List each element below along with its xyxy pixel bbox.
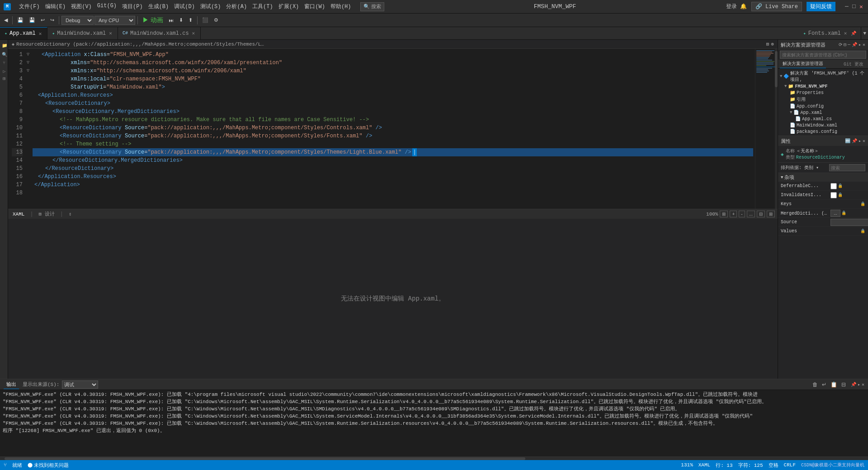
props-search-input[interactable] <box>829 164 865 171</box>
se-pin-icon[interactable]: 📌 <box>852 42 857 47</box>
play-btn[interactable]: ▶ 动画 <box>140 15 165 25</box>
output-copy-btn[interactable]: 📋 <box>829 381 839 388</box>
tab-git-changes[interactable]: Git 更改 <box>841 60 866 68</box>
menu-build[interactable]: 生成(B) <box>146 2 172 11</box>
menu-git[interactable]: Git(G) <box>94 2 119 11</box>
back-btn[interactable]: ◀ <box>2 16 10 24</box>
tab-mainwindow-cs[interactable]: C# MainWindow.xaml.cs ✕ <box>118 27 201 39</box>
tab-app-xaml[interactable]: ✦ App.xaml ✕ <box>0 27 47 39</box>
redo-btn[interactable]: ↪ <box>48 16 57 24</box>
menu-analyze[interactable]: 分析(A) <box>223 2 250 11</box>
se-filter-icon[interactable]: ⊟ <box>844 42 846 47</box>
login-text[interactable]: 登录 🔔 <box>726 3 747 10</box>
prop-lock-deferrable[interactable]: 🔒 <box>838 183 843 188</box>
output-tab[interactable]: 输出 <box>4 380 19 389</box>
live-share-btn[interactable]: 🔗 Live Share <box>751 2 802 11</box>
prop-group-misc[interactable]: ▼ 杂项 <box>778 173 868 182</box>
menu-tools[interactable]: 工具(T) <box>250 2 276 11</box>
source-control-icon[interactable]: ⑂ <box>0 60 7 66</box>
menu-view[interactable]: 视图(V) <box>68 2 94 11</box>
output-source-select[interactable]: 调试 生成 <box>62 381 98 389</box>
se-sync-icon[interactable]: ⟳ <box>839 42 842 47</box>
output-arrow-icon[interactable]: ▸ <box>858 382 860 387</box>
prop-val-source[interactable] <box>830 219 868 226</box>
tree-appconfig[interactable]: 📄 App.config <box>779 103 867 109</box>
breakpoint-btn[interactable]: ⬛ <box>200 16 211 24</box>
prop-val-invalidates[interactable] <box>830 192 837 198</box>
props-pin-icon[interactable]: 📌 <box>852 138 857 144</box>
tab-close-fonts[interactable]: ✕ <box>843 30 848 37</box>
code-content[interactable]: <Application x:Class = "FMSH_NVM_WPF.App… <box>31 49 755 209</box>
tree-appxaml[interactable]: ▼ 📄 App.xaml <box>779 109 867 116</box>
prop-lock-keys[interactable]: 🔒 <box>860 202 865 207</box>
solution-search-input[interactable] <box>780 51 866 59</box>
tree-mainwindow[interactable]: 📄 MainWindow.xaml <box>779 122 867 128</box>
prop-val-deferrable[interactable] <box>830 183 837 189</box>
tab-design-up[interactable]: ⇕ <box>67 210 74 218</box>
menu-edit[interactable]: 编辑(E) <box>42 2 69 11</box>
menu-help[interactable]: 帮助(H) <box>328 2 354 11</box>
se-collapse-icon[interactable]: ─ <box>848 42 850 47</box>
tab-design[interactable]: ⊞ 设计 <box>37 210 57 218</box>
zoom-out-btn[interactable]: - <box>739 211 745 217</box>
split-horizontal-btn[interactable]: ⊟ <box>757 211 765 217</box>
tree-packages[interactable]: 📄 packages.config <box>779 128 867 135</box>
tree-properties[interactable]: 📁 Properties <box>779 89 867 96</box>
zoom-more-btn[interactable]: ... <box>747 211 755 217</box>
zoom-in-btn[interactable]: + <box>730 211 737 217</box>
tab-fonts-xaml[interactable]: ✦ Fonts.xaml ✕ 📌 <box>799 27 862 39</box>
tree-references[interactable]: 📁 引用 <box>779 96 867 103</box>
se-arrow-icon[interactable]: ▸ <box>859 42 861 47</box>
maximize-button[interactable]: □ <box>851 4 857 10</box>
debug-sidebar-icon[interactable]: ▷ <box>0 68 7 75</box>
save-btn[interactable]: 💾 <box>15 16 26 24</box>
explorer-icon[interactable]: 📁 <box>0 42 7 49</box>
output-clear-btn[interactable]: 🗑 <box>811 381 819 388</box>
se-close-icon[interactable]: ✕ <box>863 42 865 47</box>
minimize-button[interactable]: ─ <box>844 4 850 10</box>
props-sort-icon[interactable]: 🔤 <box>845 138 850 144</box>
tab-close-app-xaml[interactable]: ✕ <box>38 30 43 37</box>
props-arrow-icon[interactable]: ▸ <box>859 138 861 144</box>
tree-project[interactable]: ▼ 📁 FMSH_NVM_WPF <box>779 83 867 89</box>
tree-solution[interactable]: ▼ 🔷 解决方案 'FMSH_NVM_WPF' (1 个项目, <box>779 70 867 83</box>
prop-lock-merged[interactable]: 🔒 <box>841 211 846 216</box>
menu-project[interactable]: 项目(P) <box>119 2 146 11</box>
output-content[interactable]: "FMSH_NVM_WPF.exe" (CLR v4.0.30319: FMSH… <box>0 390 868 456</box>
prop-lock-invalidates[interactable]: 🔒 <box>838 193 843 197</box>
split-vertical-btn[interactable]: ⊞ <box>767 211 775 217</box>
tab-close-mw-xaml[interactable]: ✕ <box>108 30 113 37</box>
extensions-icon[interactable]: ⊞ <box>0 76 7 81</box>
expand-editor-icon[interactable]: ⊕ <box>771 41 774 47</box>
output-filter-btn[interactable]: ⊟ <box>840 381 847 388</box>
search-sidebar-icon[interactable]: 🔍 <box>0 51 7 58</box>
menu-file[interactable]: 文件(F) <box>16 2 42 11</box>
tree-appxamlcs[interactable]: 📄 App.xaml.cs <box>779 116 867 122</box>
output-pin-icon[interactable]: 📌 <box>851 382 856 387</box>
zoom-fit-btn[interactable]: ⊞ <box>720 211 728 217</box>
props-close-icon[interactable]: ✕ <box>863 138 865 144</box>
tab-xaml[interactable]: XAML <box>11 211 26 218</box>
step-out-btn[interactable]: ⬆ <box>186 16 195 24</box>
tab-close-mw-cs[interactable]: ✕ <box>191 30 196 37</box>
pin-icon[interactable]: 📌 <box>851 31 856 36</box>
debug-config-select[interactable]: Debug Release <box>61 16 94 25</box>
menu-window[interactable]: 窗口(W) <box>302 2 328 11</box>
undo-btn[interactable]: ↩ <box>38 16 47 24</box>
tab-mainwindow-xaml[interactable]: ✦ MainWindow.xaml ✕ <box>47 27 118 39</box>
attach-btn[interactable]: ⚙ <box>212 16 221 24</box>
prop-btn-merged[interactable]: ... <box>830 210 840 217</box>
expand-tabs-btn[interactable]: ▼ <box>861 27 868 39</box>
menu-debug[interactable]: 调试(D) <box>171 2 198 11</box>
menu-extensions[interactable]: 扩展(X) <box>276 2 302 11</box>
close-button[interactable]: ✕ <box>858 4 864 10</box>
platform-select[interactable]: Any CPU <box>94 16 135 25</box>
menu-test[interactable]: 测试(S) <box>198 2 224 11</box>
prop-lock-values[interactable]: 🔒 <box>860 229 865 234</box>
status-zoom[interactable]: 131% <box>681 462 693 468</box>
output-wrap-btn[interactable]: ↵ <box>821 381 828 388</box>
output-scrollbar[interactable] <box>0 456 868 460</box>
step-over-btn[interactable]: ⏭ <box>166 17 176 24</box>
tab-solution-explorer[interactable]: 解决方案资源管理器 <box>780 60 826 68</box>
output-close-icon[interactable]: ✕ <box>862 382 864 387</box>
